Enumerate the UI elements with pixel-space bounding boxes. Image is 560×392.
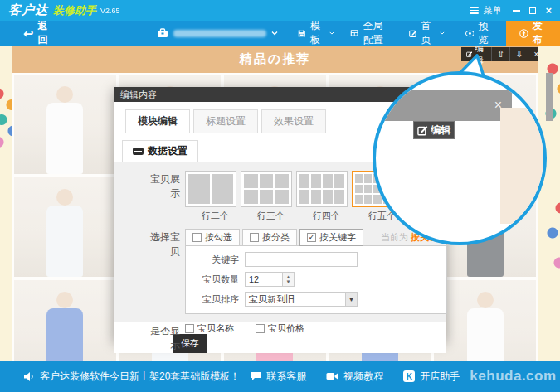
chevron-down-icon	[440, 30, 445, 36]
assistant-label: 开店助手	[420, 370, 460, 384]
app-name: 装修助手	[53, 3, 96, 18]
tab-title-settings[interactable]: 标题设置	[193, 109, 258, 133]
main-toolbar: ↩ 返回 模板	[0, 21, 560, 46]
minimize-button[interactable]	[513, 10, 520, 12]
data-settings-icon	[133, 148, 144, 155]
select-mode-label: 选择宝贝	[142, 229, 180, 259]
checkbox-icon	[256, 324, 265, 333]
close-x-icon: ×	[533, 50, 538, 59]
close-button[interactable]: ×	[545, 5, 552, 16]
account-switcher[interactable]	[149, 21, 286, 46]
data-settings-label: 数据设置	[148, 144, 187, 158]
display-option-label: 一行二个	[185, 210, 236, 222]
edit-page-icon	[409, 28, 417, 39]
eye-icon	[465, 29, 475, 38]
mode-by-category[interactable]: 按分类	[242, 229, 297, 246]
display-option-list: 一行二个一行三个一行四个✓一行五个	[185, 171, 407, 222]
chat-icon	[250, 371, 261, 381]
mode-label: 按关键字	[319, 231, 356, 244]
menu-label: 菜单	[483, 4, 501, 17]
dialog-title: 编辑内容	[120, 89, 157, 101]
menu-button[interactable]: 菜单	[470, 4, 501, 17]
preview-label: 预览	[478, 19, 492, 47]
chevron-down-icon	[329, 30, 334, 36]
mode-by-pick[interactable]: 按勾选	[185, 229, 240, 246]
back-icon: ↩	[23, 27, 34, 40]
magnified-edit-button: 编辑	[413, 121, 455, 139]
brand-logo: 客户达	[8, 2, 48, 18]
show-item-price-checkbox[interactable]: 宝贝价格	[256, 322, 304, 335]
quantity-input[interactable]	[245, 272, 283, 287]
back-button[interactable]: ↩ 返回	[15, 21, 57, 46]
module-delete-button[interactable]: × 删除	[528, 47, 538, 61]
left-decor-strip	[0, 46, 12, 361]
sort-value: 宝贝新到旧	[249, 293, 295, 306]
sort-label: 宝贝排序	[192, 293, 239, 306]
global-config-label: 全局配置	[363, 19, 392, 47]
menu-icon	[470, 7, 479, 14]
show-option-group: 宝贝名称宝贝价格	[185, 322, 326, 335]
status-bar: 客户达装修软件今日新上架20套基础版模板！ 联系客服 视频教程 K 开店助手 k…	[0, 361, 560, 392]
display-option-3-per-row[interactable]: 一行三个	[241, 171, 292, 222]
notice-text: 客户达装修软件今日新上架20套基础版模板！	[40, 370, 240, 384]
title-bar: 客户达 装修助手 V2.65 菜单 ×	[0, 0, 560, 21]
checkbox-icon	[185, 324, 194, 333]
show-option-label: 宝贝名称	[197, 322, 234, 335]
magnified-edit-label: 编辑	[431, 123, 451, 138]
chevron-down-icon	[271, 30, 278, 36]
back-label: 返回	[38, 19, 50, 47]
scrollbar-thumb[interactable]	[546, 73, 553, 121]
store-icon	[157, 28, 168, 38]
checkbox-icon	[192, 233, 202, 242]
video-tutorial-link[interactable]: 视频教程	[316, 370, 393, 384]
account-email-blurred	[173, 30, 266, 37]
save-template-icon	[298, 28, 306, 39]
tab-effect-settings[interactable]: 效果设置	[261, 109, 326, 133]
sort-select[interactable]: 宝贝新到旧 ▼	[245, 292, 358, 307]
kehuda-k-icon: K	[403, 370, 415, 382]
layout-config-icon	[350, 28, 358, 38]
app-window: 客户达 装修助手 V2.65 菜单 × ↩ 返回	[0, 0, 560, 392]
shop-assistant-link[interactable]: K 开店助手	[393, 370, 470, 384]
magnifier-bubble: × 编辑	[373, 71, 547, 245]
mode-label: 按勾选	[205, 231, 232, 244]
quantity-label: 宝贝数量	[192, 273, 239, 286]
video-label: 视频教程	[343, 370, 383, 384]
global-config-button[interactable]: 全局配置	[342, 21, 401, 46]
display-option-4-per-row[interactable]: 一行四个	[296, 171, 348, 222]
homepage-menu[interactable]: 首页	[401, 21, 453, 46]
keyword-input[interactable]	[245, 252, 358, 267]
maximize-button[interactable]	[529, 7, 536, 14]
layout-thumbnail	[241, 171, 292, 207]
display-option-label: 一行三个	[241, 210, 292, 222]
edit-icon	[417, 125, 428, 136]
display-option-2-per-row[interactable]: 一行二个	[185, 171, 236, 222]
checkbox-icon	[250, 233, 259, 242]
tab-data-settings[interactable]: 数据设置	[122, 140, 198, 162]
quantity-stepper[interactable]: ▲▼	[283, 272, 295, 287]
dropdown-arrow-icon: ▼	[345, 293, 357, 306]
template-label: 模板	[310, 19, 325, 47]
mode-label: 按分类	[262, 231, 290, 244]
checkbox-icon: ✓	[307, 233, 316, 242]
upload-icon	[519, 27, 528, 40]
tab-module-edit[interactable]: 模块编辑	[125, 109, 190, 133]
show-option-label: 宝贝价格	[268, 322, 304, 335]
speaker-icon	[23, 371, 35, 382]
layout-thumbnail	[185, 171, 236, 207]
layout-thumbnail	[296, 171, 348, 207]
contact-support-link[interactable]: 联系客服	[240, 370, 316, 384]
keyword-label: 关键字	[192, 254, 239, 266]
app-version: V2.65	[100, 7, 120, 15]
display-label: 宝贝展示	[142, 171, 180, 201]
show-label: 是否显示	[142, 322, 180, 352]
contact-label: 联系客服	[266, 370, 306, 384]
show-item-name-checkbox[interactable]: 宝贝名称	[185, 322, 234, 335]
preview-button[interactable]: 预览	[457, 21, 501, 46]
publish-button[interactable]: 发布	[506, 21, 560, 46]
site-logo: kehuda.com	[470, 368, 556, 385]
select-mode-tabs: 按勾选按分类✓按关键字当前为按关键字	[185, 229, 447, 246]
mode-by-keyword[interactable]: ✓按关键字	[299, 229, 363, 246]
keyword-panel: 关键字 宝贝数量 ▲▼ 宝贝排序	[185, 245, 447, 314]
template-menu[interactable]: 模板	[290, 21, 342, 46]
